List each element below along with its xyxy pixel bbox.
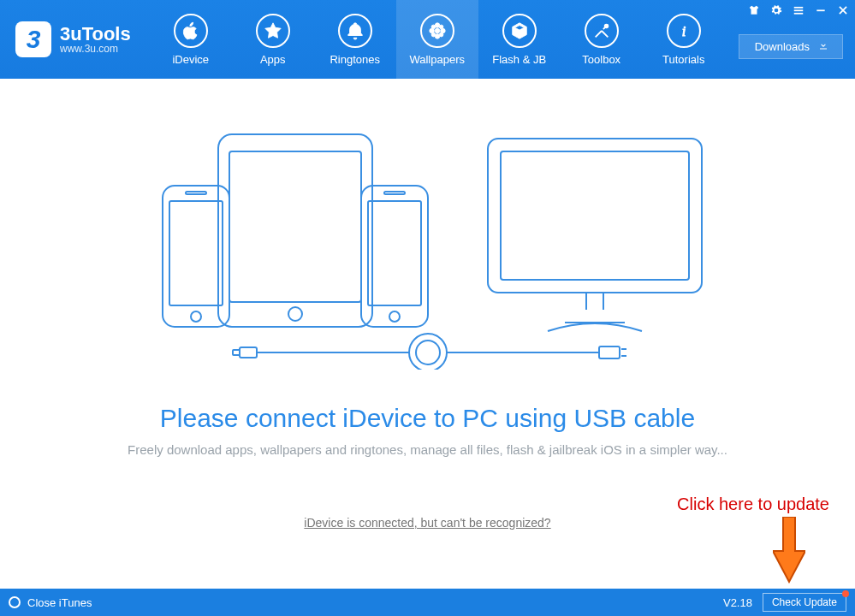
brand: 3 3uTools www.3u.com — [0, 0, 150, 79]
tab-label: Wallpapers — [409, 53, 465, 66]
tab-wallpapers[interactable]: Wallpapers — [396, 0, 478, 79]
box-icon — [502, 14, 537, 48]
brand-subtitle: www.3u.com — [60, 44, 131, 55]
minimize-icon[interactable] — [814, 3, 828, 17]
tab-ringtones[interactable]: Ringtones — [314, 0, 396, 79]
connect-illustration — [0, 113, 855, 370]
brand-logo-icon: 3 — [15, 21, 51, 57]
brand-text: 3uTools www.3u.com — [60, 24, 131, 55]
close-itunes-label: Close iTunes — [27, 596, 92, 609]
downloads-label: Downloads — [755, 40, 810, 53]
app-window: 3 3uTools www.3u.com iDevice Apps — [0, 0, 855, 616]
window-controls — [747, 3, 850, 17]
circle-icon — [9, 596, 21, 608]
tab-flash-jb[interactable]: Flash & JB — [478, 0, 561, 79]
svg-point-29 — [416, 341, 440, 364]
tab-toolbox[interactable]: Toolbox — [561, 0, 643, 79]
apple-icon — [174, 14, 208, 48]
close-itunes-button[interactable]: Close iTunes — [9, 596, 92, 609]
svg-rect-12 — [794, 9, 804, 11]
tab-label: Tutorials — [662, 53, 704, 66]
titlebar: 3 3uTools www.3u.com iDevice Apps — [0, 0, 855, 79]
svg-rect-13 — [794, 13, 804, 15]
downloads-button[interactable]: Downloads — [739, 34, 843, 59]
tab-tutorials[interactable]: i Tutorials — [643, 0, 725, 79]
svg-rect-14 — [816, 9, 824, 11]
close-icon[interactable] — [836, 3, 850, 17]
check-update-button[interactable]: Check Update — [763, 593, 846, 612]
svg-point-17 — [288, 307, 302, 321]
connect-headline: Please connect iDevice to PC using USB c… — [0, 404, 855, 433]
download-icon — [818, 40, 828, 53]
tab-label: Ringtones — [330, 53, 380, 66]
info-icon: i — [667, 14, 701, 48]
svg-point-20 — [191, 311, 201, 322]
tab-label: Flash & JB — [492, 53, 546, 66]
svg-rect-21 — [186, 192, 206, 194]
flower-icon — [420, 14, 454, 48]
svg-rect-19 — [169, 201, 223, 305]
svg-rect-26 — [488, 139, 702, 293]
tab-apps[interactable]: Apps — [232, 0, 314, 79]
check-update-label: Check Update — [772, 596, 837, 608]
svg-point-5 — [431, 25, 436, 29]
svg-rect-27 — [501, 151, 689, 280]
tab-label: Toolbox — [582, 53, 620, 66]
svg-point-7 — [431, 33, 436, 37]
svg-rect-32 — [599, 346, 620, 358]
svg-point-6 — [439, 25, 443, 29]
svg-point-24 — [389, 311, 400, 322]
update-dot-icon — [842, 590, 849, 597]
svg-text:i: i — [681, 22, 686, 38]
settings-icon[interactable] — [769, 3, 783, 17]
brand-title: 3uTools — [60, 24, 131, 44]
svg-rect-31 — [233, 350, 240, 355]
tab-idevice[interactable]: iDevice — [150, 0, 232, 79]
annotation-text: Click here to update — [677, 495, 829, 514]
version-label: V2.18 — [723, 596, 752, 609]
annotation-arrow-icon — [773, 517, 805, 577]
svg-rect-25 — [384, 192, 405, 194]
main-tabs: iDevice Apps Ringtones Wallpapers — [150, 0, 725, 79]
tab-label: Apps — [260, 53, 286, 66]
skin-icon[interactable] — [747, 3, 761, 17]
svg-rect-15 — [218, 134, 372, 327]
device-not-recognized-link[interactable]: iDevice is connected, but can't be recog… — [304, 516, 550, 530]
svg-rect-11 — [794, 7, 804, 9]
menu-icon[interactable] — [792, 3, 805, 17]
svg-rect-23 — [368, 201, 421, 305]
connect-subline: Freely download apps, wallpapers and rin… — [0, 442, 855, 457]
help-link-wrap: iDevice is connected, but can't be recog… — [0, 515, 855, 530]
tab-label: iDevice — [172, 53, 209, 66]
apps-icon — [256, 14, 290, 48]
status-right: V2.18 Check Update — [723, 593, 846, 612]
bell-icon — [338, 14, 372, 48]
main-panel: Please connect iDevice to PC using USB c… — [0, 79, 855, 589]
status-bar: Close iTunes V2.18 Check Update — [0, 589, 855, 616]
svg-rect-30 — [240, 347, 257, 358]
svg-rect-16 — [229, 151, 361, 302]
svg-point-9 — [604, 24, 608, 27]
svg-point-0 — [435, 28, 440, 33]
tools-icon — [585, 14, 619, 48]
svg-point-8 — [439, 33, 443, 37]
